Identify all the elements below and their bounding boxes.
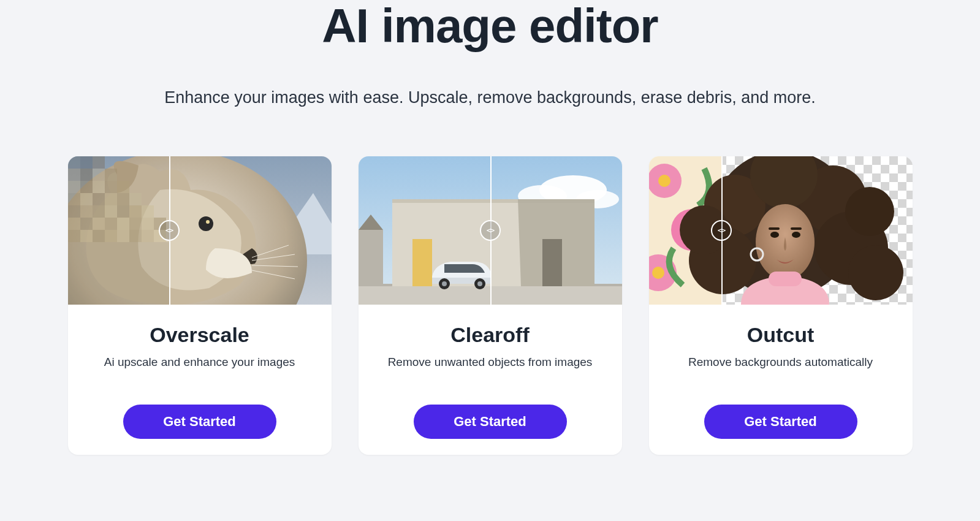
card-clearoff-description: Remove unwanted objects from images	[377, 356, 604, 369]
svg-point-71	[442, 281, 447, 286]
get-started-button[interactable]: Get Started	[123, 405, 276, 439]
compare-slider-icon[interactable]: <>	[159, 220, 180, 241]
feature-cards: <> Overscale Ai upscale and enhance your…	[37, 156, 943, 455]
card-overscale-description: Ai upscale and enhance your images	[86, 356, 313, 369]
card-clearoff: <> Clearoff Remove unwanted objects from…	[359, 156, 622, 455]
svg-rect-53	[68, 156, 169, 305]
card-overscale-body: Overscale Ai upscale and enhance your im…	[68, 305, 332, 455]
compare-slider-icon[interactable]: <>	[711, 220, 732, 241]
svg-point-95	[792, 232, 800, 238]
card-overscale-image: <>	[68, 156, 332, 305]
svg-rect-99	[769, 272, 802, 286]
svg-rect-67	[542, 239, 562, 286]
get-started-button[interactable]: Get Started	[414, 405, 567, 439]
svg-point-5	[199, 216, 213, 231]
svg-point-91	[848, 245, 903, 300]
get-started-button[interactable]: Get Started	[704, 405, 857, 439]
card-outcut-body: Outcut Remove backgrounds automatically …	[649, 305, 913, 455]
svg-rect-96	[769, 227, 780, 230]
card-outcut: <> Outcut Remove backgrounds automatical…	[649, 156, 913, 455]
card-clearoff-image: <>	[359, 156, 622, 305]
svg-point-78	[658, 175, 670, 187]
svg-point-82	[652, 267, 664, 279]
card-overscale: <> Overscale Ai upscale and enhance your…	[68, 156, 332, 455]
svg-point-94	[770, 232, 779, 238]
card-outcut-description: Remove backgrounds automatically	[667, 356, 894, 369]
svg-point-72	[477, 281, 482, 286]
page-root: AI image editor Enhance your images with…	[0, 0, 980, 455]
svg-point-6	[206, 220, 210, 224]
svg-point-90	[845, 187, 894, 236]
compare-slider-icon[interactable]: <>	[480, 220, 501, 241]
card-outcut-image: <>	[649, 156, 913, 305]
svg-rect-97	[791, 227, 802, 230]
svg-rect-60	[359, 230, 383, 286]
card-overscale-title: Overscale	[86, 323, 313, 347]
page-subtitle: Enhance your images with ease. Upscale, …	[37, 88, 943, 107]
page-title: AI image editor	[37, 0, 943, 53]
svg-rect-65	[412, 239, 432, 286]
card-outcut-title: Outcut	[667, 323, 894, 347]
card-clearoff-body: Clearoff Remove unwanted objects from im…	[359, 305, 622, 455]
card-clearoff-title: Clearoff	[377, 323, 604, 347]
